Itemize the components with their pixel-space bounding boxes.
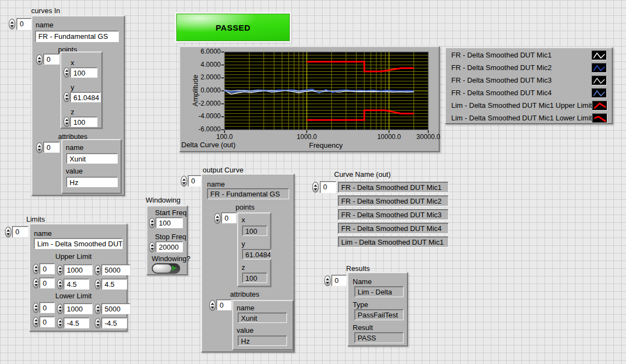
attr-name-field[interactable]: Xunit (66, 153, 118, 164)
decrement-icon[interactable] (211, 307, 214, 309)
toggle-knob[interactable] (153, 264, 171, 273)
curves-in-index-spinner[interactable] (9, 19, 15, 30)
decrement-icon[interactable] (216, 219, 219, 222)
upper-val2-spinner[interactable] (95, 279, 101, 290)
curve-name-index-field[interactable]: 0 (320, 181, 336, 193)
lower-val1-field[interactable]: -4.5 (64, 317, 89, 328)
decrement-icon[interactable] (35, 284, 38, 286)
legend-line-sample[interactable] (592, 101, 607, 111)
lower-freq1-spinner[interactable] (57, 304, 63, 314)
increment-icon[interactable] (96, 281, 100, 284)
decrement-icon[interactable] (326, 282, 329, 284)
increment-icon[interactable] (65, 119, 68, 121)
decrement-icon[interactable] (96, 310, 100, 312)
attributes-index-spinner[interactable] (209, 300, 216, 311)
windowing-toggle-switch[interactable] (152, 263, 180, 274)
increment-icon[interactable] (182, 178, 186, 181)
decrement-icon[interactable] (96, 271, 100, 273)
attr-value-field[interactable]: Hz (66, 177, 118, 187)
increment-icon[interactable] (59, 281, 62, 284)
decrement-icon[interactable] (59, 324, 62, 326)
decrement-icon[interactable] (10, 25, 14, 27)
y-spinner[interactable] (64, 92, 70, 102)
lower-freq-index-spinner[interactable] (33, 303, 39, 313)
results-index-spinner[interactable] (324, 275, 331, 286)
increment-icon[interactable] (59, 306, 62, 308)
increment-icon[interactable] (35, 319, 38, 321)
upper-freq-index-field[interactable]: 0 (39, 263, 55, 274)
increment-icon[interactable] (151, 220, 154, 222)
increment-icon[interactable] (65, 94, 68, 96)
legend-line-sample[interactable] (591, 63, 607, 73)
lower-val-index-field[interactable]: 0 (39, 316, 55, 327)
z-spinner[interactable] (64, 117, 70, 127)
z-field[interactable]: 100 (70, 117, 97, 127)
decrement-icon[interactable] (59, 285, 62, 287)
points-index-field[interactable]: 0 (221, 212, 237, 223)
points-index-spinner[interactable] (36, 54, 43, 65)
decrement-icon[interactable] (314, 188, 317, 190)
decrement-icon[interactable] (59, 310, 62, 312)
increment-icon[interactable] (10, 21, 14, 24)
decrement-icon[interactable] (59, 271, 62, 273)
legend-line-sample[interactable] (591, 50, 607, 60)
increment-icon[interactable] (314, 184, 317, 187)
increment-icon[interactable] (7, 229, 10, 232)
upper-freq1-field[interactable]: 1000 (64, 264, 93, 275)
decrement-icon[interactable] (96, 324, 100, 326)
lower-freq2-field[interactable]: 5000 (101, 303, 130, 314)
stop-freq-spinner[interactable] (149, 242, 155, 252)
upper-val1-spinner[interactable] (57, 279, 63, 290)
limits-name-field[interactable]: Lim - Delta Smoothed DUT (34, 238, 123, 249)
points-index-spinner[interactable] (214, 213, 221, 224)
lower-freq1-field[interactable]: 1000 (64, 303, 93, 314)
start-freq-field[interactable]: 100 (156, 217, 183, 228)
upper-freq2-spinner[interactable] (95, 265, 101, 275)
lower-freq-index-field[interactable]: 0 (39, 302, 55, 313)
y-field[interactable]: 61.0484 (70, 92, 101, 102)
decrement-icon[interactable] (96, 285, 100, 287)
lower-freq2-spinner[interactable] (95, 304, 101, 314)
increment-icon[interactable] (211, 303, 214, 305)
increment-icon[interactable] (65, 70, 68, 72)
attributes-index-field[interactable]: 0 (43, 142, 60, 153)
increment-icon[interactable] (38, 57, 41, 59)
upper-val1-field[interactable]: 4.5 (64, 279, 89, 290)
decrement-icon[interactable] (38, 61, 41, 63)
lower-val2-spinner[interactable] (95, 318, 101, 328)
points-index-field[interactable]: 0 (43, 54, 60, 65)
lower-val2-field[interactable]: -4.5 (101, 317, 127, 328)
increment-icon[interactable] (151, 244, 154, 246)
increment-icon[interactable] (216, 216, 219, 218)
increment-icon[interactable] (38, 145, 41, 147)
output-curve-index-spinner[interactable] (181, 176, 187, 187)
upper-val2-field[interactable]: 4.5 (101, 279, 127, 290)
decrement-icon[interactable] (65, 98, 68, 100)
increment-icon[interactable] (59, 267, 62, 269)
decrement-icon[interactable] (151, 224, 154, 226)
upper-freq2-field[interactable]: 5000 (101, 264, 130, 275)
lower-val-index-spinner[interactable] (33, 317, 39, 327)
increment-icon[interactable] (59, 320, 62, 322)
curve-name-field[interactable]: FR - Fundamental GS (35, 31, 119, 42)
upper-val-index-spinner[interactable] (33, 278, 39, 288)
increment-icon[interactable] (35, 305, 38, 307)
decrement-icon[interactable] (38, 149, 41, 151)
attributes-index-field[interactable]: 0 (216, 299, 232, 310)
legend-line-sample[interactable] (591, 88, 607, 98)
increment-icon[interactable] (35, 266, 38, 268)
stop-freq-field[interactable]: 20000 (156, 241, 183, 252)
legend-line-sample[interactable] (591, 76, 607, 85)
x-spinner[interactable] (64, 67, 70, 78)
increment-icon[interactable] (35, 280, 38, 282)
decrement-icon[interactable] (7, 233, 10, 235)
decrement-icon[interactable] (182, 182, 186, 184)
curve-name-index-spinner[interactable] (312, 182, 319, 193)
upper-freq-index-spinner[interactable] (33, 264, 39, 274)
upper-freq1-spinner[interactable] (57, 265, 63, 275)
increment-icon[interactable] (96, 267, 100, 269)
legend-line-sample[interactable] (592, 113, 607, 123)
upper-val-index-field[interactable]: 0 (39, 278, 55, 288)
decrement-icon[interactable] (35, 323, 38, 325)
attributes-index-spinner[interactable] (36, 142, 43, 153)
